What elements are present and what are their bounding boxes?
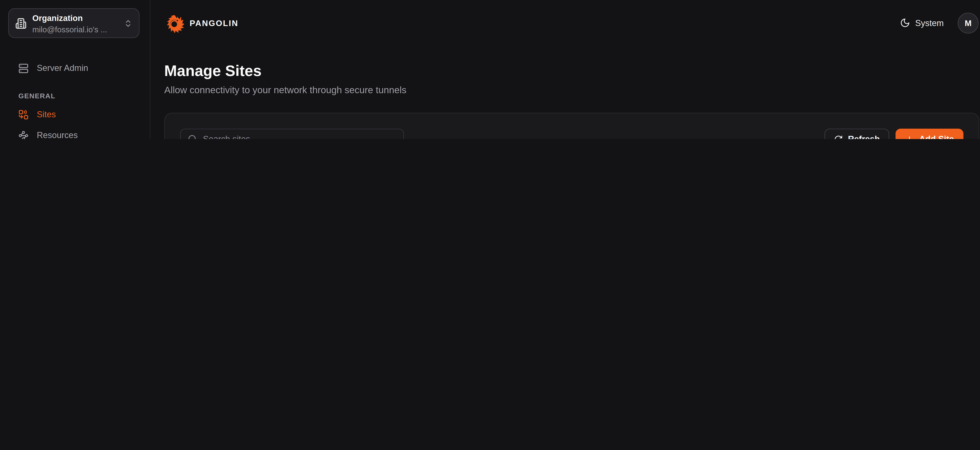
avatar[interactable]: M <box>958 12 978 33</box>
search-box <box>180 129 404 139</box>
page-heading: Manage Sites Allow connectivity to your … <box>150 46 980 96</box>
building-icon <box>15 17 27 29</box>
refresh-button[interactable]: Refresh <box>824 129 889 139</box>
sites-card: Refresh Add Site Name Online <box>164 113 979 139</box>
brand: PANGOLIN <box>164 13 239 33</box>
sidebar: Organization milo@fossorial.io's ... Ser… <box>0 0 150 139</box>
sidebar-section-general: GENERAL <box>0 92 150 100</box>
chevrons-up-down-icon <box>124 19 132 27</box>
pangolin-logo-icon <box>164 13 184 33</box>
topbar: PANGOLIN System M <box>150 0 980 46</box>
brand-name: PANGOLIN <box>190 18 239 28</box>
org-selector[interactable]: Organization milo@fossorial.io's ... <box>8 8 140 38</box>
sites-toolbar: Refresh Add Site <box>180 129 963 139</box>
org-selector-label: Organization <box>32 13 83 22</box>
sidebar-item-server-admin[interactable]: Server Admin <box>0 57 150 79</box>
sites-combine-icon <box>18 109 29 119</box>
waypoints-icon <box>18 130 29 139</box>
avatar-initial: M <box>965 18 972 28</box>
sidebar-item-label: Resources <box>37 131 78 139</box>
search-icon <box>188 134 197 139</box>
sidebar-item-sites[interactable]: Sites <box>0 104 150 125</box>
add-site-button[interactable]: Add Site <box>896 129 963 139</box>
search-input[interactable] <box>203 134 396 139</box>
org-selector-value: milo@fossorial.io's ... <box>32 25 107 34</box>
server-icon <box>18 63 29 73</box>
page-title: Manage Sites <box>164 62 979 80</box>
theme-toggle[interactable]: System <box>900 18 944 28</box>
main-content: PANGOLIN System M Manage Sites Allow con… <box>150 0 980 139</box>
page-subtitle: Allow connectivity to your network throu… <box>164 84 979 96</box>
refresh-icon <box>834 135 843 139</box>
moon-icon <box>900 18 910 28</box>
app-root: Organization milo@fossorial.io's ... Ser… <box>0 0 980 139</box>
plus-icon <box>905 135 914 139</box>
sidebar-item-label: Sites <box>37 110 56 119</box>
sidebar-item-resources[interactable]: Resources <box>0 125 150 139</box>
sidebar-item-label: Server Admin <box>37 63 88 73</box>
theme-label: System <box>915 18 944 28</box>
sidebar-nav: Server Admin GENERAL Sites Resources Do <box>0 46 150 139</box>
